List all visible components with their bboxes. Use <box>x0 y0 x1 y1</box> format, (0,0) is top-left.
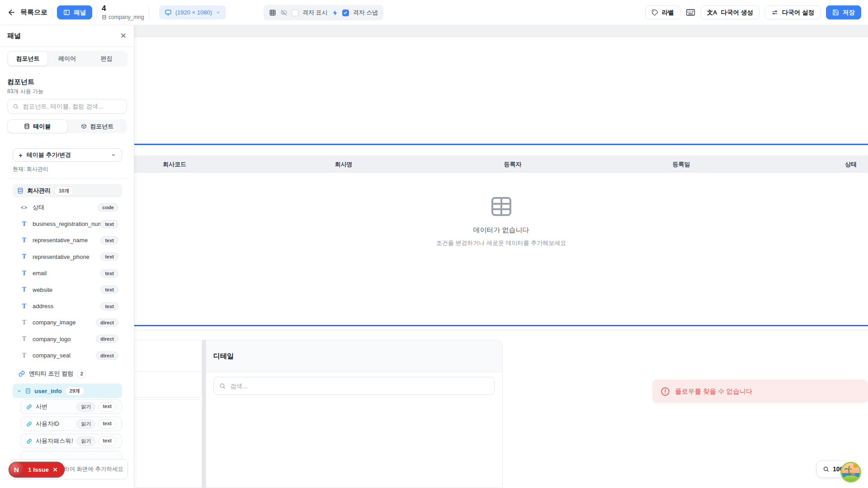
readonly-badge: 읽기 <box>76 436 95 446</box>
chevron-down-icon <box>111 152 116 158</box>
divider <box>7 178 127 179</box>
selection-outline-bottom[interactable] <box>134 325 868 326</box>
join-column-name: 사용자ID <box>36 420 73 428</box>
column-header[interactable]: 등록자 <box>504 160 522 169</box>
link-icon <box>26 421 32 427</box>
join-column-item[interactable]: 사용자패스워드 읽기 text <box>20 434 122 448</box>
data-grid-header-row[interactable]: 회사코드 회사명 등록자 등록일 상태 <box>134 155 868 173</box>
vertical-splitter-handle[interactable] <box>202 340 206 488</box>
add-table-dropdown[interactable]: + 테이블 추가/변경 <box>13 148 122 162</box>
database-icon <box>17 188 24 194</box>
column-name: company_image <box>33 319 96 326</box>
save-button[interactable]: 저장 <box>826 5 861 19</box>
column-name: 상태 <box>33 203 98 211</box>
component-search-input[interactable] <box>23 103 122 110</box>
column-header[interactable]: 등록일 <box>673 160 690 169</box>
column-name: representative_phone <box>33 253 100 260</box>
column-name: website <box>33 286 100 293</box>
join-column-list: 사번 읽기 text 사용자ID 읽기 text <box>20 399 122 468</box>
package-icon <box>81 123 87 129</box>
panel-toggle-label: 패널 <box>74 9 86 17</box>
close-icon[interactable]: ✕ <box>53 466 58 473</box>
keyboard-shortcuts-button[interactable] <box>686 9 695 16</box>
plus-icon: + <box>19 151 23 159</box>
mode-tables[interactable]: 테이블 <box>7 119 68 133</box>
table-count-badge: 10개 <box>54 186 74 196</box>
column-type-badge: text <box>100 286 118 294</box>
column-type-badge: text <box>98 402 116 412</box>
save-button-text: 저장 <box>843 9 855 17</box>
back-label[interactable]: 목록으로 <box>20 8 47 17</box>
column-type-badge: text <box>100 253 118 261</box>
back-button[interactable] <box>7 8 16 17</box>
column-type-badge: code <box>98 203 118 211</box>
grid-show-label[interactable]: 격자 표시 <box>302 9 328 17</box>
panel-layout-icon <box>63 9 70 16</box>
i18n-settings-button[interactable]: 다국어 설정 <box>765 5 821 19</box>
join-table-name: user_info <box>34 388 62 394</box>
column-item[interactable]: T representative_phone text <box>0 249 134 265</box>
panel-toggle-button[interactable]: 패널 <box>57 5 92 19</box>
column-item[interactable]: T company_image direct <box>0 314 134 331</box>
column-item[interactable]: T company_logo direct <box>0 331 134 347</box>
i18n-generate-text: 다국어 생성 <box>721 9 753 17</box>
column-header[interactable]: 상태 <box>845 160 857 169</box>
direct-type-icon: T <box>20 319 28 326</box>
tab-layers[interactable]: 레이어 <box>47 52 87 66</box>
detail-search-box[interactable] <box>213 377 495 395</box>
column-item[interactable]: T business_registration_numb text <box>0 216 134 232</box>
join-column-name: 사번 <box>36 403 73 411</box>
join-column-item[interactable]: 사용자ID 읽기 text <box>20 417 122 431</box>
grid-snap-label[interactable]: 격자 스냅 <box>353 9 378 17</box>
column-item[interactable]: T email text <box>0 265 134 282</box>
master-list-card <box>131 340 202 398</box>
detail-title: 디테일 <box>213 352 234 361</box>
text-type-icon: T <box>20 221 28 228</box>
column-name: company_logo <box>33 336 96 343</box>
link-icon <box>26 438 32 444</box>
column-item[interactable]: T representative_name text <box>0 232 134 249</box>
detail-search-input[interactable] <box>230 383 489 389</box>
island-theme-icon[interactable] <box>840 461 862 483</box>
table-item-company[interactable]: 회사관리 10개 <box>13 184 122 197</box>
column-item[interactable]: T company_seal direct <box>0 347 134 364</box>
column-type-badge: text <box>100 269 118 277</box>
eye-off-icon <box>280 9 288 16</box>
issue-badge[interactable]: N 1 Issue ✕ <box>9 462 64 477</box>
i18n-generate-button[interactable]: 文A 다국어 생성 <box>701 5 760 19</box>
column-header[interactable]: 회사명 <box>335 160 353 169</box>
grid-show-checkbox[interactable] <box>292 9 298 16</box>
sliders-icon <box>771 9 778 16</box>
divider <box>149 7 149 19</box>
column-type-badge: text <box>100 220 118 228</box>
column-name: representative_name <box>33 237 100 244</box>
tab-components[interactable]: 컴포넌트 <box>8 52 47 66</box>
close-icon[interactable]: ✕ <box>120 31 127 41</box>
label-button[interactable]: 라벨 <box>645 5 680 19</box>
page-title: 4 <box>102 5 144 13</box>
master-list-header <box>131 340 202 372</box>
column-item[interactable]: T address text <box>0 298 134 314</box>
empty-table-icon <box>491 196 512 217</box>
link-icon <box>26 404 32 410</box>
selection-outline-top[interactable] <box>134 144 868 145</box>
column-item[interactable]: <> 상태 code <box>0 199 134 216</box>
grid-snap-checkbox[interactable] <box>342 9 349 16</box>
code-icon: <> <box>20 205 28 210</box>
search-icon <box>13 103 19 110</box>
readonly-badge: 읽기 <box>76 402 95 412</box>
resolution-selector[interactable]: (868 × 488) <box>159 5 226 19</box>
column-item[interactable]: T website text <box>0 282 134 298</box>
grid-card-bottom-border <box>134 330 868 330</box>
mode-components[interactable]: 컴포넌트 <box>68 119 127 133</box>
join-column-item[interactable]: 사번 읽기 text <box>20 399 122 414</box>
column-type-badge: direct <box>96 319 118 327</box>
search-icon <box>219 383 226 389</box>
empty-state-subtitle: 조건을 변경하거나 새로운 데이터를 추가해보세요 <box>436 239 566 247</box>
component-search-box[interactable] <box>7 99 127 114</box>
hint-text: 하여 화면에 추가하세요 <box>64 465 123 473</box>
tab-edit[interactable]: 편집 <box>87 52 126 66</box>
column-header[interactable]: 회사코드 <box>163 160 186 169</box>
panel-tabbar: 컴포넌트 레이어 편집 <box>7 51 127 67</box>
join-table-item-user-info[interactable]: user_info 29개 <box>13 384 122 398</box>
